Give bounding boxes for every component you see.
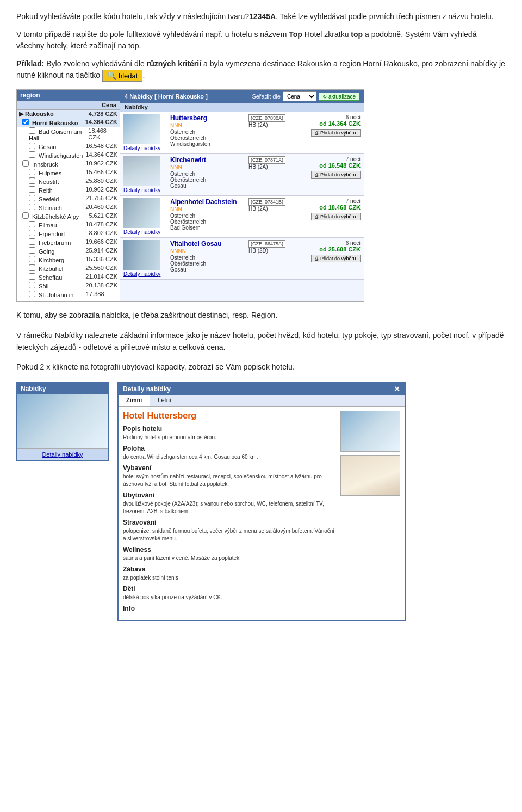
tree-item[interactable]: Steinach20.460 CZK — [17, 203, 120, 212]
region-checkbox[interactable] — [22, 212, 29, 219]
detaily-close-button[interactable]: ✕ — [394, 385, 400, 393]
offer-name[interactable]: Kirchenwirt — [170, 156, 245, 164]
offer-thumbnail[interactable] — [123, 240, 160, 270]
region-checkbox[interactable] — [29, 282, 35, 288]
nabidky-section-label: Nabídky — [120, 103, 364, 112]
nabidky-small-link[interactable]: Detaily nabídky — [17, 448, 108, 460]
offers-panel: 4 Nabídky [ Horní Rakousko ] Seřadit dle… — [120, 90, 364, 301]
offer-price-area: 6 nocí od 25.608 CZK Přidat do výběru. — [301, 240, 361, 262]
detaily-modal-header: Detaily nabídky ✕ — [119, 383, 405, 395]
tree-item[interactable]: Kirchberg15.336 CZK — [17, 255, 120, 264]
tree-item[interactable]: St. Johann in Tirol17.388 CZK — [17, 290, 120, 298]
intro-p1: Pokud vyhledáváte podle kódu hotelu, tak… — [16, 11, 506, 22]
tree-item[interactable]: Neustift25.880 CZK — [17, 177, 120, 186]
offer-stars: NNN — [170, 206, 245, 212]
aktualizace-button[interactable]: ↻ aktualizace — [319, 93, 359, 101]
region-checkbox[interactable] — [22, 160, 29, 167]
offer-nights: 7 nocí — [301, 198, 361, 204]
tree-item[interactable]: Reith10.962 CZK — [17, 186, 120, 194]
hotel-photo-1[interactable] — [340, 411, 400, 452]
tree-item-expand: Horní Rakousko — [22, 119, 78, 126]
hledat-button[interactable]: 🔍 hledat — [102, 70, 142, 82]
pridat-button[interactable]: Přidat do výběru. — [311, 129, 361, 137]
nabidky-small-image[interactable] — [17, 394, 108, 448]
region-checkbox[interactable] — [29, 195, 35, 201]
offer-board: HB (2A) — [248, 206, 268, 212]
region-checkbox[interactable] — [29, 169, 35, 175]
offer-price: od 25.608 CZK — [301, 246, 361, 253]
main-screenshot: region Cena ▶ Rakousko 4.728 CZK Horní R… — [16, 89, 364, 302]
offer-name[interactable]: Vitalhotel Gosau — [170, 240, 245, 248]
tree-item[interactable]: ▶ Rakousko 4.728 CZK — [17, 110, 120, 118]
region-checkbox[interactable] — [29, 264, 35, 271]
section3-text: V rámečku Nabídky naleznete základní inf… — [16, 329, 506, 354]
region-checkbox[interactable] — [29, 151, 35, 158]
tree-item[interactable]: Windischgarsten14.364 CZK — [17, 151, 120, 159]
bottom-row: Nabídky Detaily nabídky Detaily nabídky … — [16, 382, 506, 621]
offer-price: od 16.548 CZK — [301, 162, 361, 169]
pridat-button[interactable]: Přidat do výběru. — [311, 213, 361, 220]
section-title: Popis hotelu — [123, 425, 335, 433]
region-checkbox[interactable] — [29, 204, 35, 210]
tree-item[interactable]: Seefeld21.756 CZK — [17, 194, 120, 203]
detaily-section: Stravování polopenize: snídaně formou bu… — [123, 519, 335, 543]
tree-item[interactable]: Fieberbrunn19.666 CZK — [17, 238, 120, 247]
tree-item[interactable]: Going25.914 CZK — [17, 247, 120, 255]
offers-list: Detaily nabídky Huttersberg NNN Österrei… — [120, 112, 364, 301]
detaily-link[interactable]: Detaily nabídky — [123, 187, 160, 193]
tree-item[interactable]: Kitzbühel25.560 CZK — [17, 264, 120, 273]
offer-thumbnail[interactable] — [123, 114, 160, 144]
detaily-link[interactable]: Detaily nabídky — [123, 229, 160, 235]
hotel-photo-2[interactable] — [340, 455, 400, 496]
region-checkbox[interactable] — [29, 273, 35, 280]
tree-item[interactable]: Scheffau21.014 CZK — [17, 273, 120, 281]
region-checkbox[interactable] — [29, 230, 35, 236]
region-checkbox[interactable] — [29, 143, 35, 149]
region-checkbox[interactable] — [29, 127, 35, 134]
tree-item-expand: ▶ Rakousko — [19, 110, 54, 118]
region-checkbox[interactable] — [29, 177, 35, 184]
detaily-link[interactable]: Detaily nabídky — [123, 145, 160, 151]
tree-item[interactable]: Kitzbühelské Alpy 5.621 CZK — [17, 212, 120, 220]
region-checkbox[interactable] — [29, 291, 35, 297]
tree-item[interactable]: Horní Rakousko 14.364 CZK — [17, 118, 120, 127]
section-text: Rodinný hotel s příjemnou atmosférou. — [123, 434, 335, 441]
detaily-link[interactable]: Detaily nabídky — [123, 271, 160, 277]
offer-code: (CZE, 07841B) — [248, 198, 285, 206]
tree-item[interactable]: Fulpmes15.466 CZK — [17, 168, 120, 177]
offer-price-area: 7 nocí od 18.468 CZK Přidat do výběru. — [301, 198, 361, 220]
offer-row: Detaily nabídky Vitalhotel Gosau NNNN Ös… — [120, 238, 364, 280]
tree-item[interactable]: Ellmau18.478 CZK — [17, 220, 120, 229]
section-title: Wellness — [123, 546, 335, 553]
region-header: region — [17, 90, 120, 101]
sort-select[interactable]: CenaNázevHvězdy — [283, 91, 316, 101]
detaily-section: Info — [123, 605, 335, 612]
tab-letni[interactable]: Letní — [150, 395, 179, 406]
tab-zimni[interactable]: Zimní — [119, 395, 150, 406]
region-checkbox[interactable] — [22, 119, 29, 125]
region-checkbox[interactable] — [29, 238, 35, 245]
tree-item[interactable]: Gosau16.548 CZK — [17, 142, 120, 151]
offer-row: Detaily nabídky Huttersberg NNN Österrei… — [120, 112, 364, 154]
pridat-button[interactable]: Přidat do výběru. — [311, 171, 361, 179]
region-checkbox[interactable] — [29, 186, 35, 193]
region-checkbox[interactable] — [29, 256, 35, 262]
detaily-modal: Detaily nabídky ✕ Zimní Letní Hotel Hutt… — [117, 382, 406, 621]
offer-board: HB (2A) — [248, 164, 268, 170]
refresh-icon: ↻ — [322, 94, 327, 100]
detaily-section: Děti dětská postýlka pouze na vyžádání v… — [123, 585, 335, 601]
tree-item[interactable]: Erpendorf8.802 CZK — [17, 229, 120, 238]
section-text: za poplatek stolní tenis — [123, 574, 335, 582]
tree-item[interactable]: Bad Goisern am Hall18.468 CZK — [17, 127, 120, 142]
region-checkbox[interactable] — [29, 221, 35, 227]
offer-name[interactable]: Huttersberg — [170, 114, 245, 122]
offer-thumbnail[interactable] — [123, 198, 160, 228]
offer-name[interactable]: Alpenhotel Dachstein — [170, 198, 245, 206]
tree-item[interactable]: Söll20.138 CZK — [17, 281, 120, 290]
offer-stars: NNN — [170, 122, 245, 128]
offer-thumbnail[interactable] — [123, 156, 160, 186]
pridat-button[interactable]: Přidat do výběru. — [311, 255, 361, 262]
tree-item[interactable]: Innsbruck 10.962 CZK — [17, 159, 120, 168]
aktualizace-label: aktualizace — [328, 94, 356, 100]
region-checkbox[interactable] — [29, 247, 35, 254]
